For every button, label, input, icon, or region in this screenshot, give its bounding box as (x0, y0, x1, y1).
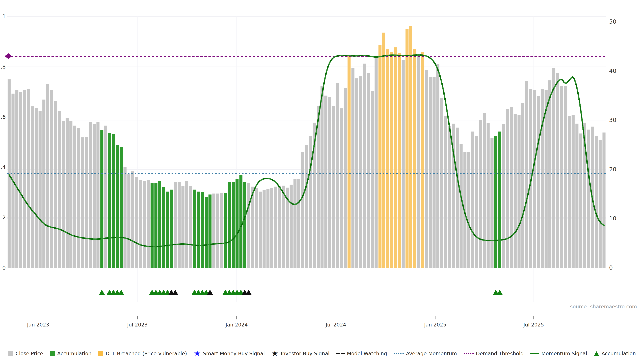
x-axis-label: Jan 2025 (424, 322, 446, 328)
close-price-bar (31, 106, 34, 268)
chart-page: Jan 2023Jul 2023Jan 2024Jul 2024Jan 2025… (0, 0, 644, 362)
close-price-bar (556, 73, 559, 268)
right-axis-label: 10 (609, 215, 616, 222)
close-price-bar (541, 89, 544, 268)
close-price-bar (552, 68, 555, 268)
legend-label: Demand Threshold (476, 351, 524, 357)
close-price-bar (247, 183, 250, 268)
close-price-bar (259, 192, 262, 268)
legend-square-swatch (98, 351, 103, 356)
accumulation-bar (494, 136, 498, 268)
accumulation-triangle (99, 290, 105, 295)
accumulation-bar (498, 132, 501, 268)
demand-threshold-diamond (5, 53, 12, 59)
close-price-bar (502, 124, 505, 268)
close-price-bar (81, 137, 84, 268)
close-price-bar (19, 92, 22, 268)
close-price-bar (522, 103, 524, 268)
close-price-bar (96, 122, 100, 268)
investor-buy-triangle (246, 290, 252, 295)
left-axis-label: 1 (2, 13, 6, 19)
close-price-bar (178, 182, 180, 268)
accumulation-bar (208, 195, 212, 268)
close-price-bar (568, 116, 571, 268)
right-axis-label: 0 (609, 264, 613, 271)
accumulation-bar (197, 192, 200, 268)
close-price-bar (514, 114, 517, 268)
dtl-breached-bar (394, 47, 397, 268)
close-price-bar (270, 188, 273, 268)
right-axis-label: 50 (609, 18, 616, 25)
close-price-bar (487, 123, 490, 268)
close-price-bar (305, 145, 308, 268)
close-price-bar (174, 182, 177, 268)
close-price-bar (467, 152, 470, 268)
legend-item-smart-money-buy-signal: ★Smart Money Buy Signal (194, 351, 265, 357)
accumulation-bar (232, 182, 234, 268)
close-price-bar (510, 107, 513, 268)
legend-item-model-watching: Model Watching (336, 351, 387, 357)
close-price-bar (595, 136, 598, 268)
dtl-breached-bar (348, 55, 350, 268)
close-price-bar (42, 99, 46, 268)
legend-item-demand-threshold: Demand Threshold (464, 351, 524, 357)
close-price-bar (309, 136, 312, 268)
close-price-bar (340, 108, 343, 268)
legend-item-close-price: Close Price (8, 351, 43, 357)
close-price-bar (70, 121, 72, 268)
close-price-bar (301, 152, 304, 268)
close-price-bar (182, 186, 184, 268)
dtl-breached-bar (421, 52, 424, 268)
close-price-bar (58, 111, 61, 268)
close-price-bar (324, 95, 327, 268)
legend-label: Momentum Signal (541, 351, 587, 357)
right-axis-label: 40 (609, 67, 616, 74)
dtl-breached-bar (390, 52, 393, 268)
source-note: source: sharemaestro.com (570, 304, 637, 310)
close-price-bar (185, 181, 188, 268)
legend-item-momentum-signal: Momentum Signal (530, 351, 587, 357)
close-price-bar (220, 193, 223, 268)
close-price-bar (27, 89, 30, 268)
accumulation-bar (112, 134, 115, 268)
momentum-line-swatch (530, 353, 539, 354)
close-price-bar (367, 73, 370, 268)
close-price-bar (425, 70, 428, 268)
right-axis-label: 20 (609, 166, 616, 173)
close-price-bar (359, 76, 362, 268)
dtl-breached-bar (398, 53, 401, 268)
left-axis-label: 0.6 (0, 114, 6, 120)
close-price-bar (35, 108, 38, 268)
legend-label: Smart Money Buy Signal (203, 351, 265, 357)
close-price-bar (66, 118, 68, 268)
close-price-bar (263, 190, 266, 268)
close-price-bar (62, 121, 65, 268)
close-price-bar (85, 137, 88, 268)
close-price-bar (579, 133, 582, 268)
close-price-bar (525, 81, 528, 268)
dotted-line-swatch (394, 353, 404, 354)
close-price-bar (266, 189, 270, 268)
close-price-bar (587, 130, 590, 268)
close-price-bar (104, 125, 107, 268)
close-price-bar (598, 140, 602, 268)
smart-money-star-icon: ★ (194, 351, 200, 356)
investor-buy-triangle (172, 290, 178, 295)
accumulation-bar (108, 133, 111, 268)
close-price-bar (351, 68, 354, 268)
investor-star-icon: ★ (272, 351, 278, 356)
investor-buy-triangle (207, 290, 213, 295)
close-price-bar (135, 177, 138, 268)
close-price-bar (456, 128, 459, 268)
dtl-breached-bar (382, 33, 386, 268)
close-price-bar (131, 171, 134, 268)
close-price-bar (444, 116, 447, 268)
legend-label: DTL Breached (Price Vulnerable) (106, 351, 187, 357)
accumulation-bar (150, 183, 154, 268)
close-price-bar (548, 80, 552, 268)
close-price-bar (402, 60, 405, 268)
x-axis-label: Jan 2023 (27, 322, 49, 328)
close-price-bar (147, 180, 150, 268)
dotted-line-swatch (464, 353, 474, 354)
legend-item-accumulation: Accumulation (50, 351, 92, 357)
